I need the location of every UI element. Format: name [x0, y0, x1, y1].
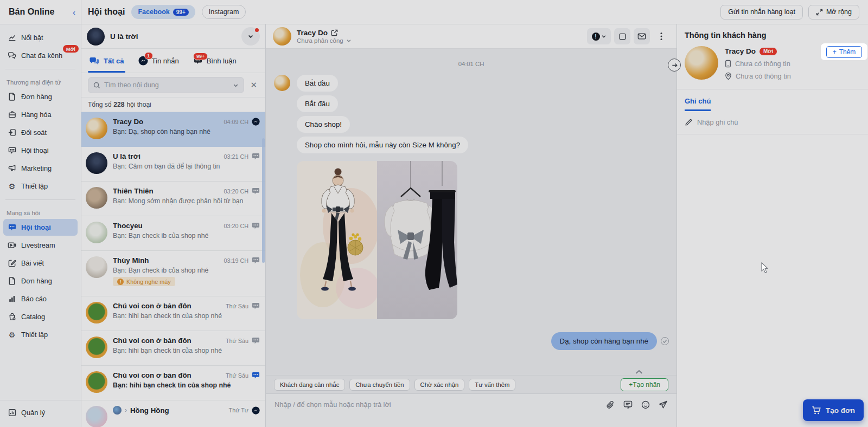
- multi-chat-icon: [8, 51, 16, 60]
- channel-tab-facebook[interactable]: Facebook 99+: [131, 5, 195, 19]
- bar-chart-icon: [8, 295, 16, 303]
- message-input-row: [266, 393, 676, 427]
- external-link-icon[interactable]: [331, 29, 338, 36]
- conversation-preview: Bạn: Cảm ơn bạn đã để lại thông tin: [113, 163, 260, 170]
- note-input[interactable]: Nhập ghi chú: [685, 118, 860, 134]
- tab-all[interactable]: Tất cả: [89, 49, 124, 73]
- time-divider: 04:01 CH: [274, 61, 668, 67]
- conversation-name: Chú voi con ở bản đôn: [113, 371, 192, 379]
- sidebar-item-catalog[interactable]: Catalog: [3, 308, 78, 325]
- clear-search-icon[interactable]: ✕: [248, 80, 259, 90]
- alert-status-dropdown[interactable]: !: [587, 28, 611, 44]
- add-customer-info-button[interactable]: + Thêm: [826, 46, 863, 58]
- conversation-list-item[interactable]: U là trời 03:21 CH Bạn: Cảm ơn bạn đã để…: [81, 147, 265, 182]
- location-pin-icon: [725, 72, 732, 80]
- topbar-actions: Gửi tin nhắn hàng loạt Mở rộng: [720, 5, 868, 20]
- tab-notes[interactable]: Ghi chú: [685, 97, 711, 111]
- conversation-preview: Bạn: Dạ, shop còn hàng bạn nhé: [113, 128, 260, 135]
- gear-icon: ⚙: [8, 182, 16, 191]
- quick-reply-icon[interactable]: [623, 400, 633, 409]
- channel-tab-instagram[interactable]: Instagram: [202, 5, 246, 19]
- sidebar-item-reconciliation[interactable]: Đối soát: [3, 124, 78, 141]
- sidebar-item-posts[interactable]: Bài viết: [3, 255, 78, 271]
- comment-channel-icon: [252, 371, 260, 379]
- conversation-list-item[interactable]: Chú voi con ở bản đôn Thứ Sáu Bạn: hihi …: [81, 366, 265, 400]
- assignment-dropdown[interactable]: Chưa phân công: [297, 37, 352, 44]
- product-image-attachment[interactable]: [297, 161, 457, 319]
- sidebar-item-featured[interactable]: Nổi bật: [3, 29, 78, 46]
- tab-comments[interactable]: 99+ Bình luận: [193, 49, 237, 73]
- collapse-tags-icon[interactable]: [635, 368, 643, 376]
- create-order-button[interactable]: Tạo đơn: [803, 399, 864, 421]
- comment-channel-icon: [252, 152, 260, 160]
- conversation-time: 03:21 CH: [224, 153, 248, 160]
- brand-area: Bán Online ‹: [0, 0, 81, 24]
- sidebar-item-marketing[interactable]: Marketing: [3, 160, 78, 177]
- search-input[interactable]: [104, 81, 229, 89]
- bulk-message-button[interactable]: Gửi tin nhắn hàng loạt: [720, 5, 803, 20]
- chevron-right-icon: ›: [125, 406, 127, 414]
- sidebar-bottom: Quản lý: [0, 400, 81, 427]
- mark-unread-button[interactable]: [614, 28, 630, 44]
- sidebar-item-livestream[interactable]: Livestream: [3, 237, 78, 254]
- incoming-message-bubble: Chào shop!: [297, 116, 350, 133]
- conversation-list-item[interactable]: › Hồng Hồng Thứ Tư: [81, 400, 265, 427]
- sidebar-item-settings[interactable]: ⚙ Thiết lập: [3, 178, 78, 195]
- message-avatar: [274, 75, 290, 91]
- customer-name: Tracy Do: [725, 47, 756, 55]
- quick-tag-button[interactable]: Chờ xác nhận: [414, 379, 465, 391]
- sidebar-item-social-conversations[interactable]: Hội thoại: [3, 219, 78, 236]
- sidebar-item-conversations[interactable]: Hội thoại: [3, 142, 78, 159]
- search-filter-chevron[interactable]: [233, 82, 239, 88]
- conversation-list-item[interactable]: Chú voi con ở bản đôn Thứ Sáu Bạn: hihi …: [81, 331, 265, 366]
- quick-tag-button[interactable]: Tư vấn thêm: [469, 379, 515, 391]
- document-icon: [8, 277, 16, 286]
- page-dropdown-button[interactable]: [241, 27, 260, 46]
- expand-button[interactable]: Mở rộng: [808, 5, 859, 20]
- panel-title: Thông tin khách hàng: [685, 31, 860, 40]
- quick-tag-button[interactable]: Chưa chuyển tiền: [349, 379, 410, 391]
- conversation-list-item[interactable]: Thùy Minh 03:19 CH Bạn: Bạn check ib của…: [81, 251, 265, 296]
- quick-tag-button[interactable]: Khách đang cân nhắc: [274, 379, 345, 391]
- conversation-list-item[interactable]: Chú voi con ở bản đôn Thứ Sáu Bạn: hihi …: [81, 296, 265, 331]
- page-selector[interactable]: U là trời: [81, 24, 265, 49]
- sidebar-item-social-orders[interactable]: Đơn hàng: [3, 273, 78, 289]
- conversation-name: Hồng Hồng: [130, 406, 169, 415]
- collapse-panel-button[interactable]: [668, 59, 681, 72]
- sidebar-item-products[interactable]: Hàng hóa: [3, 106, 78, 123]
- conversation-list-item[interactable]: Thiên Thiên 03:20 CH Bạn: Mong sớm nhận …: [81, 182, 265, 216]
- cart-icon: [812, 406, 821, 415]
- comment-channel-icon: [252, 337, 260, 345]
- sidebar-item-reports[interactable]: Báo cáo: [3, 290, 78, 307]
- create-label-button[interactable]: +Tạo nhãn: [621, 378, 668, 391]
- tab-messages[interactable]: 1 Tin nhắn: [138, 49, 179, 73]
- customer-avatar: [685, 46, 718, 80]
- chat-bubbles-icon: [89, 56, 100, 66]
- avatar: [86, 256, 107, 278]
- warning-icon: !: [117, 279, 124, 285]
- search-box[interactable]: [88, 77, 244, 93]
- message-input[interactable]: [275, 400, 597, 409]
- sidebar-item-orders[interactable]: Đơn hàng: [3, 88, 78, 105]
- conversation-list-item[interactable]: Tracy Do 04:09 CH Bạn: Dạ, shop còn hàng…: [81, 112, 265, 147]
- avatar: [86, 371, 107, 393]
- scrollbar-thumb[interactable]: [262, 138, 265, 263]
- search-row: ✕: [81, 73, 265, 98]
- incoming-message-bubble: Bắt đầu: [297, 75, 338, 92]
- comment-channel-icon: [252, 302, 260, 310]
- facebook-count-badge: 99+: [173, 9, 189, 16]
- emoji-icon[interactable]: [641, 400, 650, 409]
- sidebar-item-social-settings[interactable]: ⚙ Thiết lập: [3, 326, 78, 343]
- sidebar-collapse-icon[interactable]: ‹: [73, 8, 75, 17]
- more-options-button[interactable]: [653, 28, 669, 44]
- plus-icon: +: [833, 48, 837, 56]
- email-button[interactable]: [634, 28, 650, 44]
- conversation-list-item[interactable]: Thocyeu 03:20 CH Bạn: Bạn check ib của s…: [81, 216, 265, 251]
- trending-icon: [8, 34, 16, 42]
- sidebar-item-omnichat[interactable]: Chat đa kênh Mới: [3, 47, 78, 64]
- chat-header-actions: !: [587, 28, 669, 44]
- attachment-icon[interactable]: [606, 400, 615, 410]
- spotlight-highlight: + Thêm: [821, 43, 867, 60]
- send-icon[interactable]: [659, 400, 668, 409]
- sidebar-item-management[interactable]: Quản lý: [3, 404, 78, 421]
